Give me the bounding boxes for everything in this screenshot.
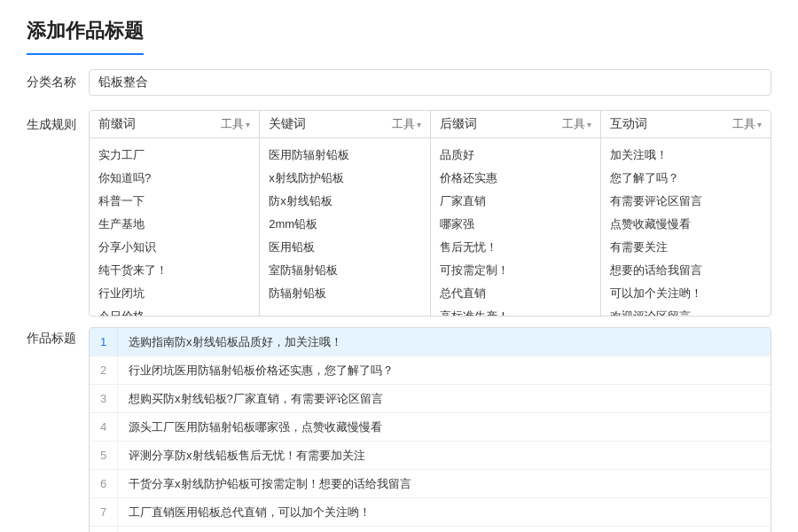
results-label: 作品标题	[27, 327, 80, 532]
prefix-chevron-icon: ▾	[246, 120, 250, 129]
list-item[interactable]: 室防辐射铅板	[269, 259, 420, 282]
list-item[interactable]: 有需要评论区留言	[610, 190, 762, 213]
row-number: 1	[90, 328, 118, 356]
row-number: 5	[90, 442, 118, 469]
list-item[interactable]: 想要的话给我留言	[610, 259, 762, 282]
row-text: 干货分享x射线防护铅板可按需定制！想要的话给我留言	[118, 471, 771, 497]
rules-label: 生成规则	[27, 110, 80, 133]
row-text: 想购买防x射线铅板?厂家直销，有需要评论区留言	[118, 386, 771, 412]
results-table: 1选购指南防x射线铅板品质好，加关注哦！2行业闭坑医用防辐射铅板价格还实惠，您了…	[89, 327, 771, 532]
list-item[interactable]: x射线防护铅板	[269, 167, 420, 190]
list-item[interactable]: 生产基地	[98, 213, 250, 236]
list-item[interactable]: 科普一下	[98, 190, 250, 213]
table-row[interactable]: 6干货分享x射线防护铅板可按需定制！想要的话给我留言	[90, 470, 771, 498]
prefix-title: 前缀词	[98, 116, 136, 132]
list-item[interactable]: 行业闭坑	[98, 282, 250, 305]
list-item[interactable]: 你知道吗?	[98, 167, 250, 190]
suffix-col: 后缀词 工具 ▾ 品质好价格还实惠厂家直销哪家强售后无忧！可按需定制！总代直销高…	[431, 111, 601, 316]
row-text: 工厂直销医用铅板总代直销，可以加个关注哟！	[118, 499, 771, 526]
keyword-chevron-icon: ▾	[417, 120, 421, 129]
keyword-title: 关键词	[269, 116, 306, 132]
row-text: 选购指南防x射线铅板品质好，加关注哦！	[118, 329, 771, 356]
row-number: 3	[90, 385, 118, 412]
suffix-chevron-icon: ▾	[587, 120, 591, 129]
row-number: 4	[90, 413, 118, 441]
table-row[interactable]: 1选购指南防x射线铅板品质好，加关注哦！	[90, 328, 771, 356]
category-label: 分类名称	[27, 74, 80, 90]
category-input[interactable]	[89, 69, 771, 96]
interaction-tool-btn[interactable]: 工具 ▾	[732, 116, 762, 132]
list-item[interactable]: 品质好	[440, 144, 591, 167]
list-item[interactable]: 您了解了吗？	[610, 167, 762, 190]
suffix-tool-btn[interactable]: 工具 ▾	[562, 116, 591, 132]
keyword-tool-btn[interactable]: 工具 ▾	[392, 116, 421, 132]
row-number: 6	[90, 470, 118, 497]
row-number: 8	[90, 527, 118, 532]
list-item[interactable]: 分享小知识	[98, 236, 250, 259]
list-item[interactable]: 防x射线铅板	[269, 190, 420, 213]
list-item[interactable]: 加关注哦！	[610, 144, 762, 167]
table-row[interactable]: 5评测分享防x射线铅板售后无忧！有需要加关注	[90, 442, 771, 470]
suffix-title: 后缀词	[440, 116, 477, 132]
interaction-chevron-icon: ▾	[757, 120, 762, 129]
table-row[interactable]: 2行业闭坑医用防辐射铅板价格还实惠，您了解了吗？	[90, 356, 771, 385]
list-item[interactable]: 厂家直销	[440, 190, 591, 213]
keyword-col: 关键词 工具 ▾ 医用防辐射铅板x射线防护铅板防x射线铅板2mm铅板医用铅板室防…	[260, 111, 430, 316]
list-item[interactable]: 价格还实惠	[440, 167, 591, 190]
list-item[interactable]: 可按需定制！	[440, 259, 591, 282]
table-row[interactable]: 8科普一下2mm铅板高标准生产！欢迎评论区留言	[90, 527, 771, 532]
interaction-list: 加关注哦！您了解了吗？有需要评论区留言点赞收藏慢慢看有需要关注想要的话给我留言可…	[601, 138, 771, 316]
list-item[interactable]: 医用防辐射铅板	[269, 144, 420, 167]
list-item[interactable]: 防辐射铅板	[269, 282, 420, 305]
keyword-list: 医用防辐射铅板x射线防护铅板防x射线铅板2mm铅板医用铅板室防辐射铅板防辐射铅板	[260, 138, 429, 310]
interaction-col: 互动词 工具 ▾ 加关注哦！您了解了吗？有需要评论区留言点赞收藏慢慢看有需要关注…	[601, 111, 771, 316]
interaction-title: 互动词	[610, 116, 647, 132]
prefix-tool-btn[interactable]: 工具 ▾	[221, 116, 250, 132]
list-item[interactable]: 2mm铅板	[269, 213, 420, 236]
row-text: 行业闭坑医用防辐射铅板价格还实惠，您了解了吗？	[118, 357, 771, 384]
prefix-col: 前缀词 工具 ▾ 实力工厂你知道吗?科普一下生产基地分享小知识纯干货来了！行业闭…	[90, 111, 260, 316]
list-item[interactable]: 可以加个关注哟！	[610, 282, 762, 305]
table-row[interactable]: 7工厂直销医用铅板总代直销，可以加个关注哟！	[90, 498, 771, 527]
list-item[interactable]: 实力工厂	[98, 144, 250, 167]
list-item[interactable]: 高标准生产！	[440, 305, 591, 316]
row-text: 源头工厂医用防辐射铅板哪家强，点赞收藏慢慢看	[118, 414, 771, 441]
page-title: 添加作品标题	[27, 18, 144, 55]
list-item[interactable]: 点赞收藏慢慢看	[610, 213, 762, 236]
row-text: 评测分享防x射线铅板售后无忧！有需要加关注	[118, 442, 771, 469]
row-number: 7	[90, 498, 118, 526]
list-item[interactable]: 售后无忧！	[440, 236, 591, 259]
list-item[interactable]: 医用铅板	[269, 236, 420, 259]
list-item[interactable]: 欢迎评论区留言	[610, 305, 762, 316]
table-row[interactable]: 4源头工厂医用防辐射铅板哪家强，点赞收藏慢慢看	[90, 413, 771, 442]
table-row[interactable]: 3想购买防x射线铅板?厂家直销，有需要评论区留言	[90, 385, 771, 413]
list-item[interactable]: 今日价格	[98, 305, 250, 316]
list-item[interactable]: 有需要关注	[610, 236, 762, 259]
list-item[interactable]: 纯干货来了！	[98, 259, 250, 282]
row-number: 2	[90, 356, 118, 384]
list-item[interactable]: 哪家强	[440, 213, 591, 236]
list-item[interactable]: 总代直销	[440, 282, 591, 305]
rules-container: 前缀词 工具 ▾ 实力工厂你知道吗?科普一下生产基地分享小知识纯干货来了！行业闭…	[89, 110, 771, 317]
prefix-list: 实力工厂你知道吗?科普一下生产基地分享小知识纯干货来了！行业闭坑今日价格知识分享	[90, 138, 259, 316]
suffix-list: 品质好价格还实惠厂家直销哪家强售后无忧！可按需定制！总代直销高标准生产！同等质量…	[431, 138, 600, 316]
row-text: 科普一下2mm铅板高标准生产！欢迎评论区留言	[118, 528, 771, 532]
